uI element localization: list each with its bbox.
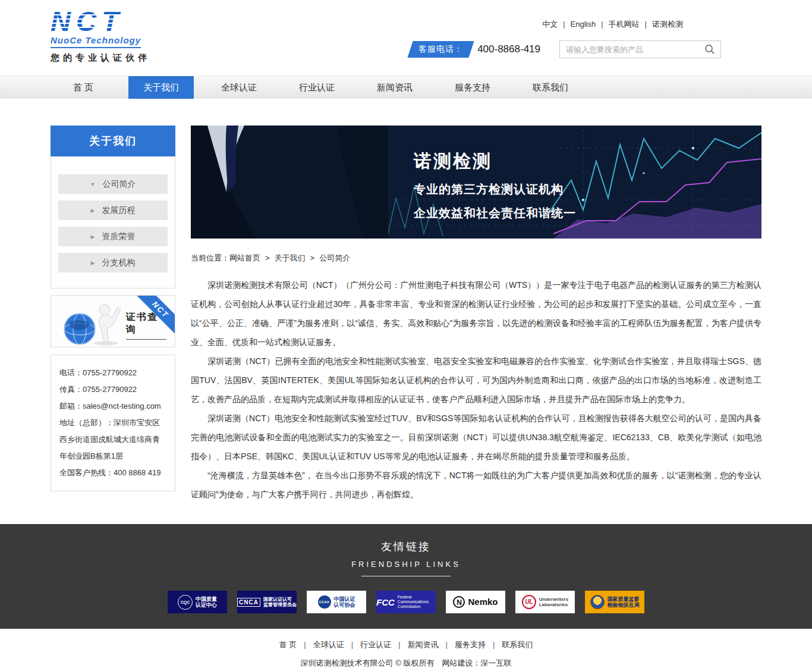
separator: | (645, 20, 647, 29)
footer-logo-ul[interactable]: ULUnderwritersLaboratories (515, 591, 575, 613)
about-banner: 诺测检测 专业的第三方检测认证机构 企业效益和社会责任和谐统一 (191, 126, 761, 239)
hotline-badge: 客服电话： (408, 41, 474, 58)
logo-line: 认可协会 (334, 602, 355, 608)
separator: | (446, 640, 448, 649)
logo-title: NCT (51, 7, 124, 35)
partner-logo-row: CQC中国质量认证中心CNCA国家认证认可监督管理委员会CCAA中国认证认可协会… (0, 591, 812, 613)
nav-item-news[interactable]: 新闻资讯 (362, 76, 427, 99)
logo-line: Laboratories (539, 602, 568, 607)
article-paragraph: 深圳诺测（NCT）已拥有全面的电池安全和性能测试实验室、电器安全实验室和电磁兼容… (191, 352, 761, 409)
contact-line: 电话：0755-27790922 (59, 365, 166, 381)
nav-item-industry-certification[interactable]: 行业认证 (284, 76, 350, 99)
nemko-emblem-icon: N (453, 596, 465, 608)
search-icon (704, 44, 715, 55)
banner-title: 诺测检测 (414, 149, 576, 174)
sidebar: 关于我们 ▼公司简介▶发展历程▶资质荣誉▶分支机构 NCT 证书查询 电话：07… (51, 126, 175, 491)
globe-figure-icon (55, 302, 125, 346)
footer-links: 首 页|全球认证|行业认证|新闻资讯|服务支持|联系我们 (0, 639, 812, 650)
top-link-mobile-site[interactable]: 手机网站 (609, 20, 640, 29)
arrow-down-icon: ▼ (90, 181, 96, 187)
footer-logo-fcc[interactable]: FCCFederalCommunications Commission (376, 591, 436, 613)
certificate-query-box[interactable]: NCT 证书查询 (51, 295, 175, 347)
logo-line: 监督管理委员会 (263, 602, 297, 607)
footer-bottom: 首 页|全球认证|行业认证|新闻资讯|服务支持|联系我们 深圳诺测检测技术有限公… (0, 629, 812, 671)
breadcrumb-about[interactable]: 关于我们 (275, 253, 306, 262)
nav-item-home[interactable]: 首 页 (51, 76, 116, 99)
logo-line: Nemko (468, 597, 498, 607)
sidebar-item-company-profile[interactable]: ▼公司简介 (58, 174, 168, 194)
footer-logo-text: Nemko (468, 597, 498, 607)
separator: | (304, 640, 306, 649)
fcc-emblem-icon: FCC (376, 597, 395, 607)
top-link-chinese[interactable]: 中文 (542, 20, 558, 29)
footer-logo-text: 国家质量监督检验检疫总局 (608, 596, 640, 609)
nav-item-about[interactable]: 关于我们 (128, 76, 194, 99)
top-link-english[interactable]: English (571, 20, 596, 29)
footer-link-service-support[interactable]: 服务支持 (455, 640, 486, 649)
contact-info: 电话：0755-27790922传真：0755-27790922邮箱：sales… (51, 355, 175, 491)
footer-link-home[interactable]: 首 页 (279, 640, 297, 649)
main-content: 诺测检测 专业的第三方检测认证机构 企业效益和社会责任和谐统一 当前位置：网站首… (191, 126, 761, 504)
separator: | (351, 640, 353, 649)
breadcrumb-company-profile[interactable]: 公司简介 (319, 253, 350, 262)
cnca-emblem-icon: CNCA (237, 598, 260, 607)
footer-logo-text: 中国认证认可协会 (334, 596, 355, 609)
hotline-number: 400-8868-419 (477, 43, 540, 55)
sidebar-item-label: 分支机构 (102, 258, 135, 268)
article-paragraph: 深圳诺测（NCT）电池安全和性能测试实验室经过TUV、BV和SGS等国际知名认证… (191, 409, 761, 466)
search-input[interactable] (560, 45, 699, 54)
nav-item-contact-us[interactable]: 联系我们 (518, 76, 583, 99)
footer-logo-text: 国家认证认可监督管理委员会 (263, 597, 297, 607)
search-box (559, 40, 721, 58)
cqc-emblem-icon: CQC (178, 595, 193, 610)
footer-logo-ccaa[interactable]: CCAA中国认证认可协会 (307, 591, 366, 613)
footer-link-contact-us[interactable]: 联系我们 (502, 640, 533, 649)
logo-line: 中国认证 (334, 596, 355, 602)
sidebar-title: 关于我们 (51, 126, 175, 156)
article-body: 深圳诺测检测技术有限公司（NCT）（广州分公司：广州世测电子科技有限公司（WTS… (191, 275, 761, 504)
logo-subtitle: NuoCe Technology (51, 35, 141, 48)
friendship-subtitle: FRIENDSHIP LINKS (0, 560, 812, 569)
breadcrumb: 当前位置：网站首页>关于我们>公司简介 (191, 253, 761, 264)
footer-logo-aqsiq[interactable]: 国家质量监督检验检疫总局 (585, 591, 644, 613)
separator: | (398, 640, 400, 649)
sidebar-item-honors[interactable]: ▶资质荣誉 (58, 227, 168, 246)
contact-line: 地址（总部）：深圳市宝安区西乡街道固戍航城大道绵商青年创业园B栋第1层 (59, 415, 166, 465)
footer-link-industry-certification[interactable]: 行业认证 (360, 640, 391, 649)
arrow-right-icon: ▶ (91, 208, 95, 214)
logo-line: 国家质量监督 (608, 596, 640, 602)
separator: > (265, 253, 270, 262)
aqsiq-emblem-icon (590, 595, 605, 609)
separator: | (601, 20, 603, 29)
contact-line: 传真：0755-27790922 (59, 381, 166, 398)
arrow-right-icon: ▶ (91, 260, 95, 266)
article-paragraph: “沧海横流，方显英雄本色”， 在当今出口形势不容乐观的情况下，NCT将一如既往的… (191, 466, 761, 504)
sidebar-item-history[interactable]: ▶发展历程 (58, 200, 168, 220)
footer-link-global-certification[interactable]: 全球认证 (313, 640, 344, 649)
footer-logo-text: UnderwritersLaboratories (539, 597, 568, 607)
company-logo[interactable]: NCT NuoCe Technology 您的专业认证伙伴 (51, 7, 150, 64)
footer-link-news[interactable]: 新闻资讯 (408, 640, 439, 649)
logo-line: 中国质量 (196, 596, 217, 602)
footer-logo-cqc[interactable]: CQC中国质量认证中心 (168, 591, 227, 613)
logo-tagline: 您的专业认证伙伴 (51, 52, 150, 64)
logo-line: Communications Commission (398, 600, 436, 609)
top-links: 中文|English|手机网站|诺测检测 (542, 19, 683, 30)
contact-line: 邮箱：sales@nct-testing.com (59, 398, 166, 415)
breadcrumb-home[interactable]: 网站首页 (229, 253, 260, 262)
footer-logo-nemko[interactable]: NNemko (446, 591, 505, 613)
nav-item-service-support[interactable]: 服务支持 (440, 76, 505, 99)
footer-logo-text: FederalCommunications Commission (398, 595, 436, 609)
footer-logo-cnca[interactable]: CNCA国家认证认可监督管理委员会 (237, 591, 297, 613)
friendship-divider (361, 576, 451, 576)
nav-item-global-certification[interactable]: 全球认证 (206, 76, 272, 99)
footer-logo-text: 中国质量认证中心 (196, 596, 217, 609)
ccaa-emblem-icon: CCAA (318, 595, 331, 609)
top-link-nct-testing[interactable]: 诺测检测 (652, 20, 683, 29)
main-nav: 首 页关于我们全球认证行业认证新闻资讯服务支持联系我们 (0, 76, 812, 98)
logo-line: Federal (398, 595, 436, 600)
search-button[interactable] (699, 41, 720, 58)
sidebar-item-branches[interactable]: ▶分支机构 (58, 253, 168, 272)
sidebar-menu: ▼公司简介▶发展历程▶资质荣誉▶分支机构 (51, 156, 175, 289)
arrow-right-icon: ▶ (91, 234, 95, 240)
